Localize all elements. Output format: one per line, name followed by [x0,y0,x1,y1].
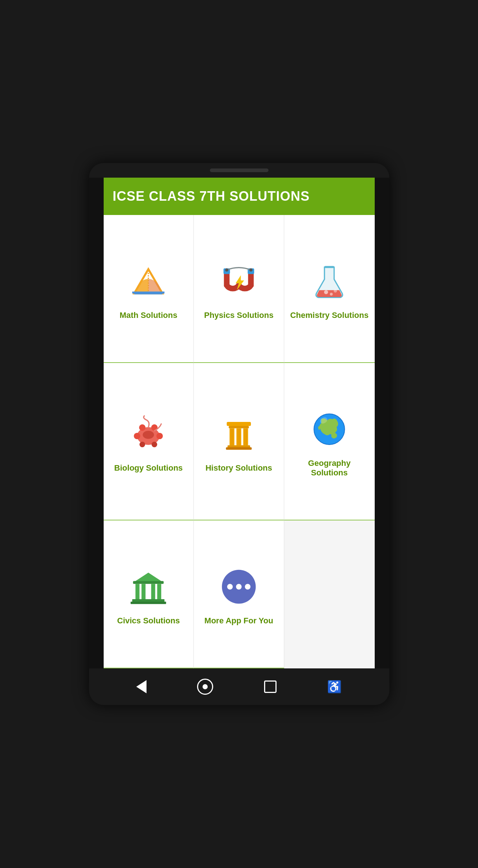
geography-label: Geography Solutions [290,459,369,478]
app-header: ICSE CLASS 7TH SOLUTIONS [104,178,375,215]
geography-solutions-item[interactable]: Geography Solutions [284,363,375,520]
svg-point-17 [143,431,154,439]
more-icon [215,563,263,611]
civics-icon [125,563,172,611]
civics-solutions-item[interactable]: Civics Solutions [104,520,194,668]
history-icon [215,410,263,458]
svg-rect-39 [158,584,162,599]
svg-point-12 [156,433,163,439]
device-frame: ICSE CLASS 7TH SOLUTIONS [89,163,389,705]
empty-grid-item [284,520,375,668]
svg-point-16 [152,441,157,447]
svg-point-43 [227,584,233,589]
math-icon [125,257,172,305]
math-label: Math Solutions [120,311,178,320]
biology-icon [125,410,172,458]
navigation-bar: ♿ [89,668,389,705]
svg-point-6 [324,290,328,294]
svg-rect-18 [227,422,251,426]
chemistry-icon [305,257,353,305]
biology-label: Biology Solutions [114,463,183,473]
svg-point-8 [334,289,337,293]
svg-point-4 [249,268,253,271]
speaker-grille [210,168,268,172]
chemistry-solutions-item[interactable]: Chemistry Solutions [284,215,375,363]
history-solutions-item[interactable]: History Solutions [194,363,284,520]
device-top-bar [89,163,389,178]
civics-label: Civics Solutions [117,616,180,626]
more-app-item[interactable]: More App For You [194,520,284,668]
svg-rect-37 [142,584,146,599]
biology-solutions-item[interactable]: Biology Solutions [104,363,194,520]
more-label: More App For You [204,616,273,626]
geography-icon [305,405,353,453]
svg-point-11 [134,433,141,439]
physics-label: Physics Solutions [204,311,274,320]
svg-rect-38 [151,584,155,599]
svg-rect-35 [133,581,164,584]
svg-rect-40 [132,599,164,602]
svg-rect-41 [131,601,166,604]
svg-rect-20 [230,428,234,445]
subject-grid: Math Solutions [104,215,375,668]
app-title: ICSE CLASS 7TH SOLUTIONS [113,189,310,204]
home-button[interactable] [197,679,213,695]
svg-marker-34 [134,572,163,582]
back-button[interactable] [136,680,147,693]
physics-solutions-item[interactable]: Physics Solutions [194,215,284,363]
svg-rect-19 [229,426,249,429]
svg-rect-21 [236,428,241,445]
math-solutions-item[interactable]: Math Solutions [104,215,194,363]
svg-rect-30 [226,447,252,450]
physics-icon [215,257,263,305]
svg-point-3 [225,268,229,271]
chemistry-label: Chemistry Solutions [290,311,368,320]
svg-point-13 [139,424,146,431]
svg-rect-36 [136,584,140,599]
svg-point-45 [245,584,250,589]
recents-button[interactable] [264,680,277,693]
accessibility-button[interactable]: ♿ [327,680,342,694]
history-label: History Solutions [205,463,272,473]
svg-point-15 [140,441,145,447]
app-screen: ICSE CLASS 7TH SOLUTIONS [104,178,375,668]
svg-rect-22 [243,428,248,445]
svg-point-7 [330,293,333,296]
svg-point-44 [236,584,241,589]
